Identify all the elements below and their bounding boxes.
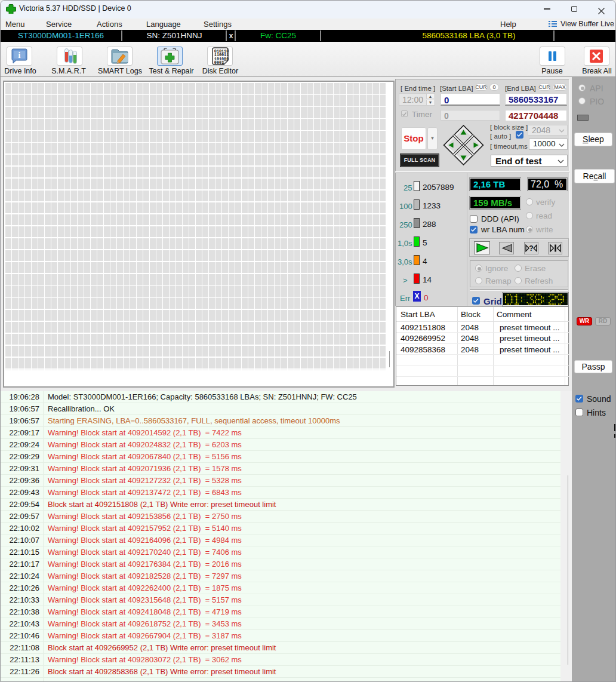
svg-text:i: i xyxy=(19,51,21,60)
svg-text:?: ? xyxy=(529,244,533,253)
svg-text:0001: 0001 xyxy=(214,60,224,65)
